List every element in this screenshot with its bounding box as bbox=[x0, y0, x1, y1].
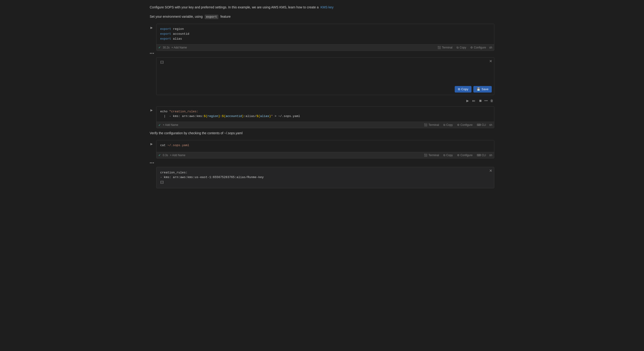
cell-3-wrapper: ▶ cat ~/.sops.yaml ✓ 0.3s + Add Name bbox=[150, 140, 494, 158]
intro-paragraph: Configure SOPS with your key and preferr… bbox=[150, 5, 494, 10]
cell-2-cli-button[interactable]: ⌨ CLI bbox=[476, 123, 487, 127]
copy-icon-3: ⧉ bbox=[443, 154, 446, 157]
cell-3-configure-button[interactable]: ⚙ Configure bbox=[456, 153, 474, 157]
cell-2-run-button[interactable]: ▶ bbox=[150, 108, 154, 112]
run-next-button-ctrl[interactable]: ⏭ bbox=[471, 98, 476, 103]
cell-3-run-button[interactable]: ▶ bbox=[150, 142, 154, 146]
cell-1-code[interactable]: export region export accountid export al… bbox=[156, 24, 494, 44]
cell-1-line-1: export region bbox=[160, 27, 490, 32]
cell-3-check-icon: ✓ bbox=[158, 153, 161, 157]
cell-1-wrapper: ▶ export region export accountid export … bbox=[150, 24, 494, 51]
output-2-line-3: [] bbox=[160, 180, 490, 185]
cell-2-main: echo "creation_rules: | - kms: arn:aws:k… bbox=[156, 106, 494, 128]
cell-3-main: cat ~/.sops.yaml ✓ 0.3s + Add Name ⬛ bbox=[156, 140, 494, 158]
terminal-icon-3: ⬛ bbox=[424, 154, 428, 157]
dots-row-3: ••• bbox=[150, 161, 494, 165]
cell-3-terminal-button[interactable]: ⬛ Terminal bbox=[423, 153, 440, 157]
cell-1-lang: sh bbox=[489, 46, 492, 49]
env-var-text-post: feature bbox=[220, 15, 231, 19]
cell-2-code[interactable]: echo "creation_rules: | - kms: arn:aws:k… bbox=[156, 107, 494, 122]
configure-icon-2: ⚙ bbox=[457, 123, 460, 127]
verify-paragraph: Verify the configuration by checking the… bbox=[150, 131, 494, 136]
export-code: export bbox=[205, 15, 218, 19]
cell-2-line-1: echo "creation_rules: bbox=[160, 109, 490, 114]
cell-3-container: cat ~/.sops.yaml ✓ 0.3s + Add Name ⬛ bbox=[156, 140, 494, 158]
cell-1-container: export region export accountid export al… bbox=[156, 24, 494, 51]
output-cell: ✕ [] ⧉ Copy 💾 Save bbox=[156, 57, 494, 95]
terminal-icon: ⬛ bbox=[438, 46, 441, 49]
cell-3-add-name-button[interactable]: + Add Name bbox=[170, 154, 185, 157]
cell-3-cli-button[interactable]: ⌨ CLI bbox=[476, 153, 487, 157]
cell-3-lang: sh bbox=[489, 154, 492, 157]
verify-text: Verify the configuration by checking the… bbox=[150, 131, 242, 135]
cell-1-line-3: export alias bbox=[160, 37, 490, 42]
output-cursor: [] bbox=[160, 60, 164, 64]
output-cell-wrapper: ✕ [] ⧉ Copy 💾 Save ▶ ⏭ bbox=[150, 57, 494, 104]
stop-button-ctrl[interactable]: ⏹ bbox=[478, 98, 483, 103]
output-area: ✕ [] ⧉ Copy 💾 Save ▶ ⏭ bbox=[156, 57, 494, 104]
configure-icon-3: ⚙ bbox=[457, 154, 460, 157]
run-button-ctrl[interactable]: ▶ bbox=[466, 98, 470, 103]
cell-3-copy-button[interactable]: ⧉ Copy bbox=[442, 153, 454, 157]
cli-icon-2: ⌨ bbox=[477, 123, 481, 127]
output-save-button[interactable]: 💾 Save bbox=[473, 86, 492, 93]
more-options-icon[interactable]: ••• bbox=[484, 99, 488, 103]
output-cell-2-wrapper: ✕ creation_rules: - kms: arn:aws:kms:us-… bbox=[150, 167, 494, 190]
cell-2-add-name-button[interactable]: + Add Name bbox=[163, 123, 178, 127]
cell-2-configure-button[interactable]: ⚙ Configure bbox=[456, 123, 474, 127]
cell-3-footer-left: ✓ 0.3s + Add Name bbox=[158, 153, 185, 157]
cell-2-footer: ✓ + Add Name ⬛ Terminal ⧉ Copy bbox=[156, 122, 494, 128]
cell-1-run-button[interactable]: ▶ bbox=[150, 26, 154, 30]
cell-1-footer-right: ⬛ Terminal ⧉ Copy ⚙ Configure sh bbox=[436, 46, 492, 50]
cell-2-terminal-button[interactable]: ⬛ Terminal bbox=[423, 123, 440, 127]
terminal-icon-2: ⬛ bbox=[424, 123, 428, 127]
cell-2-footer-left: ✓ + Add Name bbox=[158, 123, 178, 127]
configure-icon: ⚙ bbox=[470, 46, 473, 49]
page-content: Configure SOPS with your key and preferr… bbox=[150, 5, 494, 190]
env-var-text-pre: Set your environment variable, using bbox=[150, 15, 202, 19]
intro-text: Configure SOPS with your key and preferr… bbox=[150, 5, 319, 9]
cell-3-time: 0.3s bbox=[163, 154, 168, 157]
cell-1-footer-left: ✓ 30.2s + Add Name bbox=[158, 46, 187, 49]
output-cell-2: ✕ creation_rules: - kms: arn:aws:kms:us-… bbox=[156, 167, 494, 188]
cell-1-line-2: export accountid bbox=[160, 32, 490, 37]
kms-key-link[interactable]: KMS key bbox=[320, 5, 334, 9]
cell-3-footer: ✓ 0.3s + Add Name ⬛ Terminal ⧉ bbox=[156, 152, 494, 158]
copy-icon-2: ⧉ bbox=[443, 123, 446, 127]
cell-2-check-icon: ✓ bbox=[158, 123, 161, 127]
cell-2-container: echo "creation_rules: | - kms: arn:aws:k… bbox=[156, 106, 494, 128]
output-save-icon: 💾 bbox=[476, 87, 480, 91]
output-2-line-1: creation_rules: bbox=[160, 170, 490, 175]
cell-2-copy-button[interactable]: ⧉ Copy bbox=[442, 123, 454, 127]
dots-icon-1: ••• bbox=[150, 51, 154, 56]
cell-1-add-name-button[interactable]: + Add Name bbox=[171, 46, 187, 49]
cell-1-terminal-button[interactable]: ⬛ Terminal bbox=[436, 46, 453, 50]
cell-1-time: 30.2s bbox=[163, 46, 170, 49]
cell-3-add-name-label: + Add Name bbox=[170, 154, 185, 157]
cell-2-add-name-label: + Add Name bbox=[163, 123, 178, 127]
cell-2-line-2: | - kms: arn:aws:kms:${region}:${account… bbox=[160, 114, 490, 119]
cell-2-controls-row: ▶ ⏭ ⏹ ••• 🗑 bbox=[156, 97, 494, 104]
dots-icon-3: ••• bbox=[150, 161, 154, 165]
output-copy-icon: ⧉ bbox=[458, 87, 460, 91]
cell-2-footer-right: ⬛ Terminal ⧉ Copy ⚙ Configure ⌨ bbox=[423, 123, 492, 127]
output-2-close-button[interactable]: ✕ bbox=[489, 169, 492, 173]
cell-2-wrapper: ▶ echo "creation_rules: | - kms: arn:aws… bbox=[150, 106, 494, 128]
output-cell-actions: ⧉ Copy 💾 Save bbox=[455, 86, 492, 93]
output-copy-button[interactable]: ⧉ Copy bbox=[455, 86, 472, 93]
cell-1-configure-button[interactable]: ⚙ Configure bbox=[470, 46, 487, 50]
cell-1-add-name-label: + Add Name bbox=[171, 46, 187, 49]
copy-icon: ⧉ bbox=[456, 46, 459, 49]
output-cell-content[interactable]: [] bbox=[156, 58, 494, 95]
env-var-paragraph: Set your environment variable, using exp… bbox=[150, 14, 494, 20]
cli-icon-3: ⌨ bbox=[477, 154, 481, 157]
cell-3-footer-right: ⬛ Terminal ⧉ Copy ⚙ Configure ⌨ bbox=[423, 153, 492, 157]
cell-2-lang: sh bbox=[489, 123, 492, 127]
cell-3-line-1: cat ~/.sops.yaml bbox=[160, 143, 490, 148]
delete-button-ctrl[interactable]: 🗑 bbox=[489, 98, 494, 103]
dots-row-1: ••• bbox=[150, 51, 494, 56]
cell-3-code[interactable]: cat ~/.sops.yaml bbox=[156, 140, 494, 152]
output-close-button[interactable]: ✕ bbox=[489, 59, 492, 63]
cell-1-copy-button[interactable]: ⧉ Copy bbox=[456, 46, 467, 50]
cell-1-check-icon: ✓ bbox=[158, 46, 161, 49]
